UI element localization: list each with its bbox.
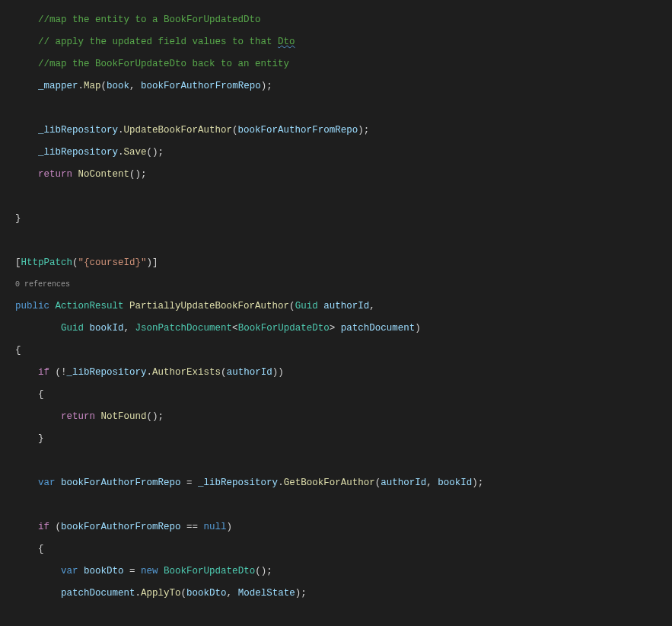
code-line[interactable]: var bookDto = new BookForUpdateDto(); (15, 566, 672, 577)
code-line[interactable] (15, 455, 672, 467)
comment: //map the entity to a BookForUpdatedDto (38, 14, 261, 25)
code-line[interactable]: _mapper.Map(book, bookForAuthorFromRepo)… (15, 81, 672, 92)
code-line[interactable] (15, 191, 672, 203)
code-line[interactable] (15, 235, 672, 247)
code-editor[interactable]: //map the entity to a BookForUpdatedDto … (0, 0, 672, 626)
code-line[interactable]: Guid bookId, JsonPatchDocument<BookForUp… (15, 323, 672, 334)
code-line[interactable]: var bookForAuthorFromRepo = _libReposito… (15, 477, 672, 489)
code-line[interactable]: return NoContent(); (15, 169, 672, 180)
code-line[interactable]: return NotFound(); (15, 411, 672, 423)
codelens-references[interactable]: 0 references (15, 279, 672, 290)
code-line[interactable]: [HttpPatch("{courseId}")] (15, 257, 672, 269)
code-line[interactable]: { (15, 345, 672, 356)
code-line[interactable]: _libRepository.UpdateBookForAuthor(bookF… (15, 125, 672, 136)
comment: // apply the updated field values to tha… (38, 37, 278, 47)
code-line[interactable] (15, 500, 672, 511)
code-line[interactable]: } (15, 433, 672, 445)
code-line[interactable]: if (bookForAuthorFromRepo == null) (15, 522, 672, 533)
comment: //map the BookForUpdateDto back to an en… (38, 59, 289, 69)
code-line[interactable]: //map the entity to a BookForUpdatedDto (15, 14, 672, 26)
code-line[interactable]: // apply the updated field values to tha… (15, 37, 672, 48)
code-line[interactable]: patchDocument.ApplyTo(bookDto, ModelStat… (15, 588, 672, 599)
code-line[interactable]: { (15, 544, 672, 555)
code-line[interactable]: if (!_libRepository.AuthorExists(authorI… (15, 367, 672, 378)
code-line[interactable]: } (15, 213, 672, 225)
code-line[interactable]: public ActionResult PartiallyUpdateBookF… (15, 301, 672, 312)
code-line[interactable] (15, 103, 672, 114)
code-line[interactable]: //map the BookForUpdateDto back to an en… (15, 59, 672, 70)
code-line[interactable]: _libRepository.Save(); (15, 147, 672, 158)
code-line[interactable] (15, 610, 672, 621)
comment-squiggly: Dto (278, 37, 295, 47)
code-line[interactable]: { (15, 389, 672, 401)
